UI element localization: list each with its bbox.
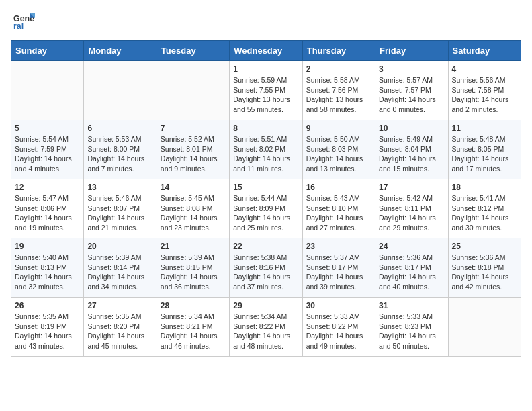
day-number: 28 bbox=[161, 301, 226, 310]
day-cell: 9Sunrise: 5:50 AMSunset: 8:03 PMDaylight… bbox=[302, 120, 375, 179]
header-saturday: Saturday bbox=[448, 41, 521, 61]
day-cell: 23Sunrise: 5:37 AMSunset: 8:17 PMDayligh… bbox=[302, 238, 375, 298]
day-info: Sunrise: 5:35 AMSunset: 8:20 PMDaylight:… bbox=[87, 312, 152, 351]
week-row-2: 5Sunrise: 5:54 AMSunset: 7:59 PMDaylight… bbox=[11, 120, 521, 179]
day-cell: 1Sunrise: 5:59 AMSunset: 7:55 PMDaylight… bbox=[230, 61, 302, 120]
day-cell: 24Sunrise: 5:36 AMSunset: 8:17 PMDayligh… bbox=[375, 238, 448, 298]
day-info: Sunrise: 5:54 AMSunset: 7:59 PMDaylight:… bbox=[15, 134, 80, 174]
day-cell: 6Sunrise: 5:53 AMSunset: 8:00 PMDaylight… bbox=[84, 120, 157, 179]
day-info: Sunrise: 5:37 AMSunset: 8:17 PMDaylight:… bbox=[306, 253, 371, 292]
day-cell: 2Sunrise: 5:58 AMSunset: 7:56 PMDaylight… bbox=[302, 61, 375, 120]
day-cell: 12Sunrise: 5:47 AMSunset: 8:06 PMDayligh… bbox=[11, 179, 84, 238]
day-cell: 17Sunrise: 5:42 AMSunset: 8:11 PMDayligh… bbox=[375, 179, 448, 238]
day-cell: 10Sunrise: 5:49 AMSunset: 8:04 PMDayligh… bbox=[375, 120, 448, 179]
day-cell bbox=[11, 61, 84, 120]
day-info: Sunrise: 5:59 AMSunset: 7:55 PMDaylight:… bbox=[233, 75, 298, 115]
day-info: Sunrise: 5:39 AMSunset: 8:14 PMDaylight:… bbox=[87, 253, 152, 292]
day-cell bbox=[448, 298, 521, 357]
day-number: 19 bbox=[15, 242, 80, 251]
week-row-5: 26Sunrise: 5:35 AMSunset: 8:19 PMDayligh… bbox=[11, 298, 521, 357]
day-number: 2 bbox=[306, 64, 371, 74]
day-number: 18 bbox=[452, 183, 517, 192]
day-info: Sunrise: 5:58 AMSunset: 7:56 PMDaylight:… bbox=[306, 75, 371, 115]
week-row-1: 1Sunrise: 5:59 AMSunset: 7:55 PMDaylight… bbox=[11, 61, 521, 120]
day-info: Sunrise: 5:33 AMSunset: 8:23 PMDaylight:… bbox=[379, 312, 444, 351]
day-number: 4 bbox=[452, 64, 517, 74]
day-info: Sunrise: 5:50 AMSunset: 8:03 PMDaylight:… bbox=[306, 134, 371, 174]
day-cell: 16Sunrise: 5:43 AMSunset: 8:10 PMDayligh… bbox=[302, 179, 375, 238]
day-info: Sunrise: 5:38 AMSunset: 8:16 PMDaylight:… bbox=[233, 253, 298, 292]
logo: Gene ral bbox=[13, 11, 38, 32]
header-friday: Friday bbox=[375, 41, 448, 61]
day-info: Sunrise: 5:42 AMSunset: 8:11 PMDaylight:… bbox=[379, 193, 444, 233]
day-info: Sunrise: 5:46 AMSunset: 8:07 PMDaylight:… bbox=[87, 193, 152, 233]
day-number: 9 bbox=[306, 124, 371, 133]
day-number: 17 bbox=[379, 183, 444, 192]
day-cell: 18Sunrise: 5:41 AMSunset: 8:12 PMDayligh… bbox=[448, 179, 521, 238]
day-number: 25 bbox=[452, 242, 517, 251]
week-row-3: 12Sunrise: 5:47 AMSunset: 8:06 PMDayligh… bbox=[11, 179, 521, 238]
day-info: Sunrise: 5:36 AMSunset: 8:18 PMDaylight:… bbox=[452, 253, 517, 292]
day-cell: 19Sunrise: 5:40 AMSunset: 8:13 PMDayligh… bbox=[11, 238, 84, 298]
day-info: Sunrise: 5:56 AMSunset: 7:58 PMDaylight:… bbox=[452, 75, 517, 115]
day-number: 29 bbox=[233, 301, 298, 310]
day-cell: 14Sunrise: 5:45 AMSunset: 8:08 PMDayligh… bbox=[157, 179, 229, 238]
day-cell bbox=[157, 61, 229, 120]
svg-text:ral: ral bbox=[13, 21, 24, 31]
day-number: 3 bbox=[379, 64, 444, 74]
day-number: 14 bbox=[161, 183, 226, 192]
day-number: 23 bbox=[306, 242, 371, 251]
calendar-container: SundayMondayTuesdayWednesdayThursdayFrid… bbox=[0, 38, 532, 367]
day-cell: 27Sunrise: 5:35 AMSunset: 8:20 PMDayligh… bbox=[84, 298, 157, 357]
day-info: Sunrise: 5:41 AMSunset: 8:12 PMDaylight:… bbox=[452, 193, 517, 233]
day-number: 22 bbox=[233, 242, 298, 251]
day-cell: 29Sunrise: 5:34 AMSunset: 8:22 PMDayligh… bbox=[230, 298, 302, 357]
day-cell: 8Sunrise: 5:51 AMSunset: 8:02 PMDaylight… bbox=[230, 120, 302, 179]
day-info: Sunrise: 5:45 AMSunset: 8:08 PMDaylight:… bbox=[161, 193, 226, 233]
day-number: 13 bbox=[87, 183, 152, 192]
day-number: 12 bbox=[15, 183, 80, 192]
day-cell bbox=[84, 61, 157, 120]
day-number: 30 bbox=[306, 301, 371, 310]
day-info: Sunrise: 5:52 AMSunset: 8:01 PMDaylight:… bbox=[161, 134, 226, 174]
day-info: Sunrise: 5:34 AMSunset: 8:21 PMDaylight:… bbox=[161, 312, 226, 351]
day-number: 24 bbox=[379, 242, 444, 251]
day-cell: 4Sunrise: 5:56 AMSunset: 7:58 PMDaylight… bbox=[448, 61, 521, 120]
day-cell: 31Sunrise: 5:33 AMSunset: 8:23 PMDayligh… bbox=[375, 298, 448, 357]
day-info: Sunrise: 5:36 AMSunset: 8:17 PMDaylight:… bbox=[379, 253, 444, 292]
logo-icon: Gene ral bbox=[13, 11, 35, 32]
day-info: Sunrise: 5:35 AMSunset: 8:19 PMDaylight:… bbox=[15, 312, 80, 351]
day-number: 20 bbox=[87, 242, 152, 251]
day-info: Sunrise: 5:53 AMSunset: 8:00 PMDaylight:… bbox=[87, 134, 152, 174]
day-info: Sunrise: 5:34 AMSunset: 8:22 PMDaylight:… bbox=[233, 312, 298, 351]
day-cell: 7Sunrise: 5:52 AMSunset: 8:01 PMDaylight… bbox=[157, 120, 229, 179]
header-monday: Monday bbox=[84, 41, 157, 61]
day-number: 26 bbox=[15, 301, 80, 310]
day-cell: 3Sunrise: 5:57 AMSunset: 7:57 PMDaylight… bbox=[375, 61, 448, 120]
day-number: 16 bbox=[306, 183, 371, 192]
header-thursday: Thursday bbox=[302, 41, 375, 61]
day-number: 6 bbox=[87, 124, 152, 133]
day-info: Sunrise: 5:48 AMSunset: 8:05 PMDaylight:… bbox=[452, 134, 517, 174]
day-cell: 11Sunrise: 5:48 AMSunset: 8:05 PMDayligh… bbox=[448, 120, 521, 179]
day-number: 21 bbox=[161, 242, 226, 251]
day-number: 27 bbox=[87, 301, 152, 310]
day-cell: 15Sunrise: 5:44 AMSunset: 8:09 PMDayligh… bbox=[230, 179, 302, 238]
day-cell: 22Sunrise: 5:38 AMSunset: 8:16 PMDayligh… bbox=[230, 238, 302, 298]
day-number: 8 bbox=[233, 124, 298, 133]
day-cell: 25Sunrise: 5:36 AMSunset: 8:18 PMDayligh… bbox=[448, 238, 521, 298]
day-cell: 21Sunrise: 5:39 AMSunset: 8:15 PMDayligh… bbox=[157, 238, 229, 298]
day-info: Sunrise: 5:49 AMSunset: 8:04 PMDaylight:… bbox=[379, 134, 444, 174]
day-info: Sunrise: 5:44 AMSunset: 8:09 PMDaylight:… bbox=[233, 193, 298, 233]
day-info: Sunrise: 5:39 AMSunset: 8:15 PMDaylight:… bbox=[161, 253, 226, 292]
day-cell: 26Sunrise: 5:35 AMSunset: 8:19 PMDayligh… bbox=[11, 298, 84, 357]
header-tuesday: Tuesday bbox=[157, 41, 229, 61]
day-number: 7 bbox=[161, 124, 226, 133]
day-number: 1 bbox=[233, 64, 298, 74]
week-row-4: 19Sunrise: 5:40 AMSunset: 8:13 PMDayligh… bbox=[11, 238, 521, 298]
day-info: Sunrise: 5:33 AMSunset: 8:22 PMDaylight:… bbox=[306, 312, 371, 351]
day-number: 5 bbox=[15, 124, 80, 133]
day-cell: 13Sunrise: 5:46 AMSunset: 8:07 PMDayligh… bbox=[84, 179, 157, 238]
day-number: 11 bbox=[452, 124, 517, 133]
day-info: Sunrise: 5:40 AMSunset: 8:13 PMDaylight:… bbox=[15, 253, 80, 292]
